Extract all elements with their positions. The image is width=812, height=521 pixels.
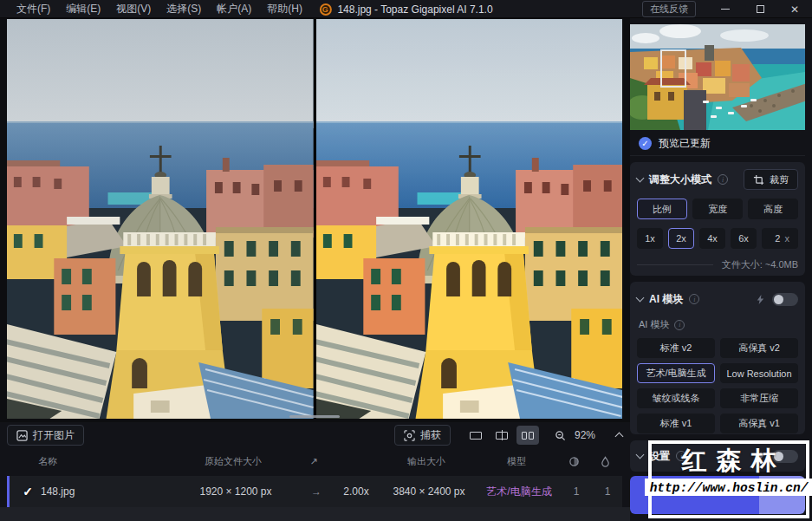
- ai-module-title: AI 模块: [649, 292, 683, 307]
- close-button[interactable]: ✕: [777, 0, 812, 18]
- menu-file[interactable]: 文件(F): [9, 0, 58, 18]
- online-feedback-button[interactable]: 在线反馈: [642, 1, 696, 17]
- model-standard-v2-button[interactable]: 标准 v2: [637, 338, 715, 358]
- queue-row[interactable]: ✓ 148.jpg 1920 × 1200 px → 2.00x 3840 × …: [7, 476, 622, 507]
- model-art-cg-button[interactable]: 艺术/电脑生成: [637, 363, 715, 383]
- col-model: 模型: [475, 455, 558, 468]
- bottom-toolbar: 打开图片 捕获 92%: [7, 425, 622, 446]
- crop-icon: [753, 174, 764, 186]
- pane-scrollbar[interactable]: [289, 415, 340, 418]
- window-title-group: G 148.jpg - Topaz Gigapixel AI 7.1.0: [319, 0, 492, 18]
- denoise-column-icon: [558, 456, 589, 467]
- menu-account[interactable]: 帐户(A): [209, 0, 259, 18]
- model-very-compressed-button[interactable]: 非常压缩: [720, 388, 798, 408]
- check-circle-icon: ✓: [639, 137, 652, 150]
- ai-model-label: AI 模块: [639, 318, 669, 331]
- col-output-size: 输出大小: [378, 455, 475, 468]
- model-low-resolution-button[interactable]: Low Resolution: [720, 363, 798, 383]
- original-image: [7, 19, 314, 419]
- file-size-label: 文件大小: ~4.0MB: [722, 258, 798, 271]
- watermark-name: 红森林: [672, 446, 786, 476]
- row-denoise-value: 1: [561, 485, 592, 498]
- view-mode-group: [464, 426, 539, 445]
- minimize-button[interactable]: [708, 0, 743, 18]
- ai-model-label-row: AI 模块 i: [639, 318, 798, 331]
- model-standard-v1-button[interactable]: 标准 v1: [637, 414, 715, 433]
- lightning-icon: [755, 294, 766, 305]
- scale-1x-button[interactable]: 1x: [637, 228, 663, 249]
- minimize-icon: [721, 9, 730, 10]
- resize-section: 调整大小模式 i 裁剪 比例 宽度 高度 1x 2x 4x 6x 2: [630, 162, 805, 276]
- row-output-size: 3840 × 2400 px: [380, 485, 477, 498]
- enhanced-image-pane[interactable]: [316, 19, 623, 419]
- menu-edit[interactable]: 编辑(E): [58, 0, 108, 18]
- deblur-column-icon: [589, 456, 620, 467]
- side-by-side-view-button[interactable]: [516, 426, 539, 445]
- resize-title: 调整大小模式: [649, 173, 711, 187]
- watermark-overlay: 红森林 http://www.hoslin.cn/: [648, 440, 809, 518]
- menu-help[interactable]: 帮助(H): [259, 0, 310, 18]
- menu-select[interactable]: 选择(S): [159, 0, 209, 18]
- tab-height[interactable]: 高度: [748, 199, 798, 219]
- gigapixel-window: 文件(F) 编辑(E) 视图(V) 选择(S) 帐户(A) 帮助(H) G 14…: [0, 0, 812, 521]
- chevron-down-icon[interactable]: [636, 174, 645, 183]
- file-size-row: 文件大小: ~4.0MB: [637, 258, 798, 271]
- info-icon: i: [718, 174, 728, 185]
- queue-header: 名称 原始文件大小 ↗ 输出大小 模型: [7, 450, 622, 473]
- scale-2x-button[interactable]: 2x: [668, 228, 694, 249]
- ai-module-toggle[interactable]: [772, 293, 798, 306]
- chevron-down-icon[interactable]: [636, 451, 645, 459]
- zoom-level: 92%: [575, 429, 595, 441]
- row-model: 艺术/电脑生成: [477, 485, 561, 499]
- zoom-control[interactable]: 92%: [555, 429, 622, 441]
- maximize-button[interactable]: [743, 0, 777, 18]
- maximize-icon: [757, 5, 764, 13]
- chevron-down-icon[interactable]: [636, 294, 645, 303]
- model-high-fidelity-v1-button[interactable]: 高保真 v1: [720, 414, 798, 433]
- tab-scale[interactable]: 比例: [637, 199, 687, 219]
- window-title: 148.jpg - Topaz Gigapixel AI 7.1.0: [337, 3, 492, 16]
- menubar: 文件(F) 编辑(E) 视图(V) 选择(S) 帐户(A) 帮助(H): [0, 0, 310, 18]
- preview-status: ✓ 预览已更新: [630, 132, 805, 156]
- image-viewer: [0, 18, 630, 422]
- row-arrow: →: [301, 485, 332, 498]
- ai-module-section: AI 模块 i AI 模块 i 标准 v2 高保真 v2 艺术/电脑生成 Low…: [630, 282, 805, 434]
- split-view-icon: [496, 432, 508, 440]
- info-icon: i: [674, 320, 685, 330]
- side-by-side-icon: [522, 432, 534, 440]
- menu-view[interactable]: 视图(V): [108, 0, 159, 18]
- model-lines-button[interactable]: 皱纹或线条: [637, 388, 715, 408]
- capture-button[interactable]: 捕获: [394, 425, 451, 446]
- row-filename: 148.jpg: [41, 485, 171, 498]
- capture-label: 捕获: [420, 428, 441, 443]
- scale-4x-button[interactable]: 4x: [699, 228, 725, 249]
- col-name: 名称: [38, 455, 168, 468]
- open-image-label: 打开图片: [33, 428, 75, 443]
- scale-buttons: 1x 2x 4x 6x 2 x: [637, 228, 798, 249]
- row-original-size: 1920 × 1200 px: [171, 485, 301, 498]
- resize-arrow-icon: ↗: [298, 456, 329, 467]
- chevron-up-icon[interactable]: [615, 433, 624, 441]
- tab-width[interactable]: 宽度: [692, 199, 743, 219]
- original-image-pane[interactable]: [7, 19, 314, 419]
- custom-scale-value: 2: [770, 233, 785, 244]
- navigator-preview[interactable]: [630, 24, 805, 130]
- app-logo-icon: G: [319, 3, 331, 16]
- custom-scale-input[interactable]: 2 x: [762, 228, 798, 249]
- col-original-size: 原始文件大小: [168, 455, 298, 468]
- ai-model-grid: 标准 v2 高保真 v2 艺术/电脑生成 Low Resolution 皱纹或线…: [637, 338, 798, 433]
- single-view-icon: [470, 432, 482, 440]
- resize-mode-tabs: 比例 宽度 高度: [637, 199, 798, 219]
- crop-button[interactable]: 裁剪: [744, 169, 798, 190]
- open-image-button[interactable]: 打开图片: [7, 425, 84, 446]
- model-high-fidelity-v2-button[interactable]: 高保真 v2: [720, 338, 798, 358]
- crop-label: 裁剪: [770, 173, 789, 186]
- watermark-url-box: http://www.hoslin.cn/: [645, 479, 812, 496]
- queue-footer: [0, 507, 630, 521]
- navigator-image: [630, 24, 805, 130]
- capture-icon: [404, 430, 415, 441]
- scale-6x-button[interactable]: 6x: [731, 228, 757, 249]
- split-view-button[interactable]: [490, 426, 513, 445]
- single-view-button[interactable]: [464, 426, 487, 445]
- enhanced-image: [316, 19, 623, 419]
